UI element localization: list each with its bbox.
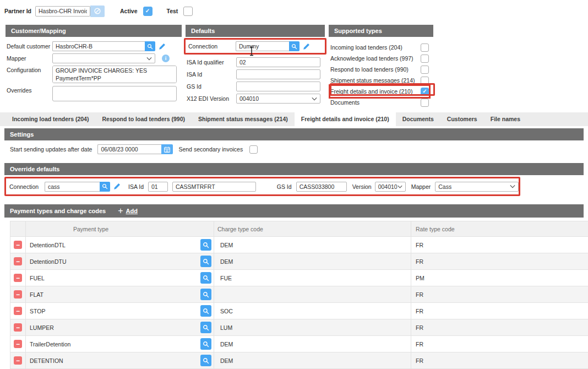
default-customer-input[interactable] [52, 41, 145, 51]
test-checkbox[interactable] [183, 7, 193, 16]
search-icon [203, 324, 209, 331]
supported-type-checkbox[interactable] [421, 66, 429, 74]
supported-type-checkbox[interactable] [421, 88, 429, 96]
connection-edit-button[interactable] [303, 43, 310, 50]
override-version-label: Version [352, 183, 372, 190]
overrides-textarea[interactable] [52, 86, 177, 101]
isa-id-input[interactable] [236, 69, 320, 79]
override-isa-id-input[interactable] [172, 182, 256, 192]
payment-type-cell: DetentionDTL [26, 237, 214, 253]
tab[interactable]: Incoming load tenders (204) [6, 112, 95, 126]
supported-type-checkbox[interactable] [421, 55, 429, 63]
tab[interactable]: Respond to load tenders (990) [95, 112, 192, 126]
payment-types-title: Payment types and charge codes [10, 204, 106, 218]
search-icon [102, 183, 108, 189]
remove-row-button[interactable]: − [14, 356, 22, 365]
payment-type-value: DETENTION [30, 357, 200, 364]
payment-type-search-button[interactable] [200, 239, 211, 251]
gs-id-input[interactable] [236, 82, 320, 91]
payment-type-cell: FUEL [26, 270, 214, 286]
x12-edi-version-value: 004010 [239, 95, 259, 102]
rate-type-code-cell: FR [411, 237, 588, 253]
active-checkbox[interactable] [143, 7, 153, 16]
partner-id-label: Partner Id [4, 8, 31, 14]
payment-type-search-button[interactable] [200, 289, 211, 300]
partner-id-input[interactable] [35, 6, 90, 17]
tab[interactable]: Shipment status messages (214) [192, 112, 295, 126]
remove-row-button[interactable]: − [14, 323, 22, 332]
customer-mapping-panel: Customer/Mapping Default customer [6, 25, 182, 104]
tab[interactable]: File names [484, 112, 527, 126]
rate-type-code-cell: FR [411, 319, 588, 335]
tab-label: Freight details and invoice (210) [301, 116, 389, 122]
pencil-icon [159, 43, 166, 50]
override-mapper-select[interactable]: Cass [435, 182, 519, 192]
rate-type-code-cell: FR [411, 336, 588, 352]
tab[interactable]: Customers [440, 112, 484, 126]
remove-row-button[interactable]: − [14, 290, 22, 299]
row-actions-cell: − [10, 253, 26, 269]
payment-table-row: − FUEL FUE PM [10, 270, 588, 286]
remove-row-button[interactable]: − [14, 241, 22, 249]
override-connection-search-button[interactable] [100, 182, 110, 192]
row-actions-cell: − [10, 237, 26, 253]
info-icon[interactable]: i [162, 55, 170, 62]
supported-type-checkbox[interactable] [421, 77, 429, 85]
connection-search-button[interactable] [289, 41, 300, 51]
settings-header: Settings [4, 128, 584, 140]
supported-type-checkbox[interactable] [421, 44, 429, 52]
payment-type-search-button[interactable] [200, 338, 211, 350]
mapper-select[interactable] [52, 53, 155, 63]
tab[interactable]: Documents [396, 112, 440, 126]
payment-type-cell: LUMPER [26, 319, 214, 335]
partner-lookup-button[interactable] [90, 6, 105, 17]
configuration-textarea[interactable]: GROUP INVOICE CHARGES: YES PaymentTerm*P… [52, 66, 177, 83]
secondary-invoices-label: Send secondary invoices [178, 146, 243, 153]
payment-type-search-button[interactable] [200, 355, 211, 366]
supported-types-list: Incoming load tenders (204) Acknowledge … [329, 37, 433, 108]
tab-label: Respond to load tenders (990) [102, 116, 185, 122]
remove-row-button[interactable]: − [14, 257, 22, 265]
row-actions-cell: − [10, 286, 26, 302]
payment-type-search-button[interactable] [200, 322, 211, 333]
connection-input[interactable] [236, 41, 289, 51]
remove-row-button[interactable]: − [14, 274, 22, 282]
override-gs-id-label: GS Id [277, 183, 292, 190]
header-rate-type-code: Rate type code [411, 221, 588, 236]
supported-type-label: Documents [330, 99, 360, 106]
payment-type-value: LUMPER [30, 324, 200, 331]
payment-type-cell: DetentionDTU [26, 253, 214, 269]
add-payment-type-button[interactable]: + Add [118, 204, 138, 218]
remove-row-button[interactable]: − [14, 340, 22, 348]
supported-type-checkbox[interactable] [421, 99, 429, 107]
override-mapper-label: Mapper [411, 183, 431, 190]
isa-id-qualifier-input[interactable] [236, 57, 320, 67]
payment-type-cell: FLAT [26, 286, 214, 302]
start-date-input[interactable] [97, 144, 161, 154]
row-actions-cell: − [10, 270, 26, 286]
payment-type-search-button[interactable] [200, 305, 211, 317]
override-isa-qualifier-input[interactable] [148, 182, 168, 192]
start-date-label: Start sending updates after date [10, 146, 92, 153]
payment-type-cell: STOP [26, 303, 214, 319]
override-isa-id-label: ISA Id [128, 183, 144, 190]
override-connection-edit-button[interactable] [113, 183, 121, 190]
plus-icon: + [118, 207, 123, 215]
default-customer-edit-button[interactable] [159, 43, 166, 50]
override-gs-id-input[interactable] [296, 182, 347, 192]
default-customer-search-button[interactable] [145, 41, 155, 51]
override-connection-input[interactable] [45, 182, 100, 192]
remove-row-button[interactable]: − [14, 307, 22, 315]
payment-type-search-button[interactable] [200, 272, 211, 284]
payment-table-row: − FLAT FR [10, 286, 588, 303]
payment-table-row: − LUMPER LUM FR [10, 319, 588, 336]
x12-edi-version-select[interactable]: 004010 [236, 94, 320, 104]
override-version-select[interactable]: 004010 [375, 182, 406, 192]
calendar-button[interactable] [161, 144, 173, 154]
payment-table-row: − DetentionDTL DEM FR [10, 237, 588, 253]
isa-id-qualifier-label: ISA Id qualifier [187, 59, 236, 66]
tab[interactable]: Freight details and invoice (210) [295, 112, 396, 126]
payment-type-search-button[interactable] [200, 256, 211, 267]
secondary-invoices-checkbox[interactable] [249, 145, 258, 154]
payment-type-cell: TrailerDetention [26, 336, 214, 352]
